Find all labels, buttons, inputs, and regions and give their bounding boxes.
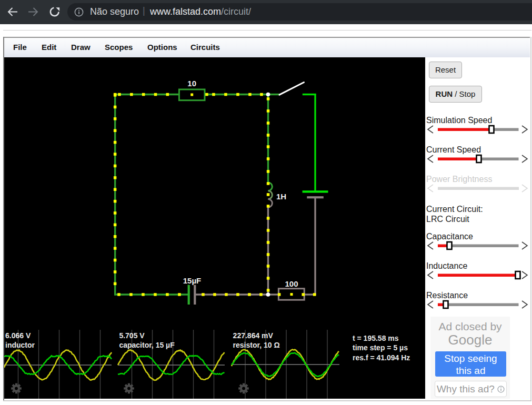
svg-text:res.f = 41.094 Hz: res.f = 41.094 Hz <box>353 353 410 362</box>
svg-text:227.864 mV: 227.864 mV <box>233 331 274 340</box>
svg-text:capacitor, 15 µF: capacitor, 15 µF <box>119 341 175 349</box>
svg-text:time step = 5 µs: time step = 5 µs <box>353 343 408 352</box>
svg-text:5.705 V: 5.705 V <box>119 331 145 340</box>
svg-text:15µF: 15µF <box>183 276 202 285</box>
svg-text:1H: 1H <box>276 192 286 201</box>
svg-text:resistor, 10 Ω: resistor, 10 Ω <box>233 341 280 349</box>
svg-text:100: 100 <box>285 279 298 288</box>
svg-text:inductor: inductor <box>5 341 35 349</box>
svg-text:6.066 V: 6.066 V <box>5 331 31 340</box>
svg-text:10: 10 <box>187 79 196 88</box>
svg-text:t = 195.58 ms: t = 195.58 ms <box>353 334 399 342</box>
